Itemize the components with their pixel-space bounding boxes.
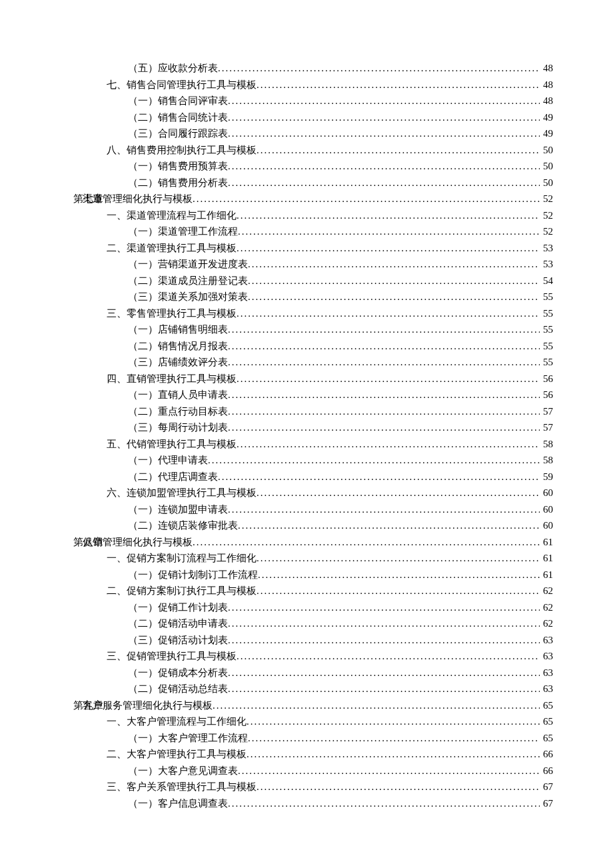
toc-leader-dots: ........................................… [237,207,540,224]
toc-leader-dots: ........................................… [228,795,540,812]
toc-leader-dots: ........................................… [228,338,540,355]
toc-leader-dots: ........................................… [237,648,540,665]
toc-entry-title: （三）店铺绩效评分表 [128,354,228,371]
toc-entry-title: 二、渠道管理执行工具与模板 [107,240,237,257]
toc-page-number: 52 [540,191,553,207]
toc-leader-dots: ........................................… [228,501,540,518]
toc-page-number: 66 [540,746,553,763]
toc-entry[interactable]: 第九章客户服务管理细化执行与模板........................… [73,697,553,714]
toc-entry[interactable]: 二、促销方案制订执行工具与模板.........................… [73,583,553,599]
toc-entry[interactable]: 三、客户关系管理执行工具与模板.........................… [73,779,553,795]
toc-entry[interactable]: （五）应收款分析表...............................… [73,60,553,77]
toc-leader-dots: ........................................… [247,746,540,763]
toc-entry[interactable]: 五、代销管理执行工具与模板...........................… [73,436,553,453]
toc-entry-title: （二）销售费用分析表 [128,175,228,191]
toc-leader-dots: ........................................… [257,77,540,93]
toc-entry[interactable]: （二）促销活动总结表..............................… [73,681,553,697]
toc-page-number: 61 [540,550,553,567]
toc-entry[interactable]: （一）大客户管理工作流程............................… [73,730,553,747]
toc-entry[interactable]: （一）促销计划制订工作流程...........................… [73,567,553,583]
toc-entry-title: 二、大客户管理执行工具与模板 [107,746,247,763]
toc-entry[interactable]: （一）销售合同评审表..............................… [73,93,553,109]
toc-entry[interactable]: （一）营销渠道开发进度表............................… [73,256,553,273]
toc-entry[interactable]: （一）大客户意见调查表.............................… [73,763,553,779]
toc-entry[interactable]: 七、销售合同管理执行工具与模板.........................… [73,77,553,93]
toc-leader-dots: ........................................… [193,191,540,207]
toc-page-number: 65 [540,713,553,730]
toc-entry[interactable]: （一）销售费用预算表..............................… [73,158,553,175]
toc-leader-dots: ........................................… [248,256,540,273]
toc-page-number: 55 [540,321,553,338]
toc-page-number: 56 [540,371,553,387]
toc-entry[interactable]: 六、连锁加盟管理执行工具与模板.........................… [73,485,553,501]
toc-leader-dots: ........................................… [237,371,540,387]
toc-entry[interactable]: （一）客户信息调查表..............................… [73,795,553,812]
toc-entry[interactable]: （三）每周行动计划表..............................… [73,419,553,436]
toc-leader-dots: ........................................… [238,763,540,779]
toc-page-number: 58 [540,436,553,453]
toc-entry[interactable]: 第八章促销管理细化执行与模板..........................… [73,534,553,551]
toc-entry-title: 促销管理细化执行与模板 [83,534,193,551]
toc-entry-title: （一）促销工作计划表 [128,599,228,616]
toc-page-number: 55 [540,338,553,355]
toc-page-number: 62 [540,615,553,632]
toc-entry[interactable]: 一、大客户管理流程与工作细化..........................… [73,713,553,730]
toc-page-number: 55 [540,305,553,322]
toc-entry-title: （二）销售情况月报表 [128,338,228,355]
toc-entry[interactable]: 一、渠道管理流程与工作细化...........................… [73,207,553,224]
toc-entry[interactable]: （三）促销活动计划表..............................… [73,632,553,649]
toc-entry-title: 一、促销方案制订流程与工作细化 [107,550,257,567]
toc-leader-dots: ........................................… [237,305,540,322]
toc-entry[interactable]: （一）促销成本分析表..............................… [73,665,553,681]
toc-leader-dots: ........................................… [228,125,540,142]
toc-page-number: 57 [540,403,553,420]
toc-page-number: 59 [540,469,553,485]
toc-entry-title: （一）促销成本分析表 [128,665,228,681]
toc-entry[interactable]: 一、促销方案制订流程与工作细化.........................… [73,550,553,567]
toc-entry[interactable]: （二）销售合同统计表..............................… [73,109,553,126]
toc-entry[interactable]: （二）销售费用分析表..............................… [73,175,553,191]
toc-entry[interactable]: （一）促销工作计划表..............................… [73,599,553,616]
toc-page-number: 60 [540,501,553,518]
toc-entry-title: （三）促销活动计划表 [128,632,228,649]
toc-entry[interactable]: （二）代理店调查表...............................… [73,469,553,485]
toc-entry-title: （五）应收款分析表 [128,60,218,77]
toc-entry[interactable]: 八、销售费用控制执行工具与模板.........................… [73,142,553,159]
toc-entry[interactable]: （二）重点行动目标表..............................… [73,403,553,420]
toc-entry-title: 二、促销方案制订执行工具与模板 [107,583,257,599]
toc-entry-title: 一、大客户管理流程与工作细化 [107,713,247,730]
toc-page-number: 57 [540,419,553,436]
toc-entry[interactable]: （三）店铺绩效评分表..............................… [73,354,553,371]
toc-entry[interactable]: （二）促销活动申请表..............................… [73,615,553,632]
toc-leader-dots: ........................................… [213,697,540,714]
toc-entry[interactable]: （一）代理申请表................................… [73,452,553,469]
toc-entry[interactable]: （一）连锁加盟申请表..............................… [73,501,553,518]
toc-entry[interactable]: （一）渠道管理工作流程.............................… [73,223,553,240]
toc-entry-title: 三、客户关系管理执行工具与模板 [107,779,257,795]
toc-entry[interactable]: （二）销售情况月报表..............................… [73,338,553,355]
toc-leader-dots: ........................................… [257,583,540,599]
toc-entry[interactable]: 三、促销管理执行工具与模板...........................… [73,648,553,665]
toc-entry[interactable]: （一）店铺销售明细表..............................… [73,321,553,338]
toc-entry[interactable]: （二）连锁店装修审批表.............................… [73,517,553,534]
toc-leader-dots: ........................................… [228,109,540,126]
toc-page-number: 63 [540,681,553,697]
toc-entry-title: （一）连锁加盟申请表 [128,501,228,518]
toc-entry-title: 六、连锁加盟管理执行工具与模板 [107,485,257,501]
toc-entry[interactable]: 三、零售管理执行工具与模板...........................… [73,305,553,322]
toc-entry[interactable]: 二、渠道管理执行工具与模板...........................… [73,240,553,257]
table-of-contents: （五）应收款分析表...............................… [73,60,553,811]
toc-entry[interactable]: 二、大客户管理执行工具与模板..........................… [73,746,553,763]
toc-page-number: 60 [540,517,553,534]
toc-entry[interactable]: 第七章渠道管理细化执行与模板..........................… [73,191,553,207]
toc-page-number: 62 [540,583,553,599]
toc-leader-dots: ........................................… [258,567,540,583]
toc-entry[interactable]: （一）直销人员申请表..............................… [73,387,553,403]
toc-leader-dots: ........................................… [228,354,540,371]
toc-entry[interactable]: 四、直销管理执行工具与模板...........................… [73,371,553,387]
toc-entry[interactable]: （三）渠道关系加强对策表............................… [73,289,553,305]
toc-entry-title: 三、零售管理执行工具与模板 [107,305,237,322]
toc-entry[interactable]: （三）合同履行跟踪表..............................… [73,125,553,142]
toc-entry[interactable]: （二）渠道成员注册登记表............................… [73,273,553,289]
toc-entry-title: 客户服务管理细化执行与模板 [83,697,213,714]
